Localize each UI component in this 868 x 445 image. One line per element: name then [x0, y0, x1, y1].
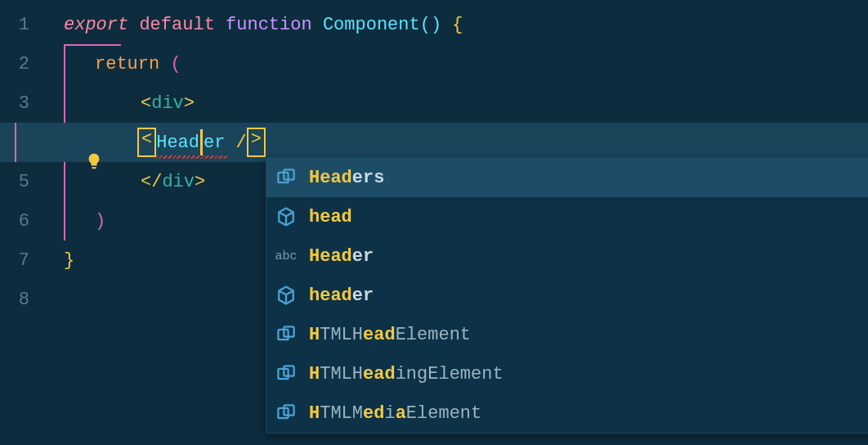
- autocomplete-item[interactable]: head: [266, 197, 868, 236]
- autocomplete-popup[interactable]: HeadersheadabcHeaderheaderHTMLHeadElemen…: [266, 157, 868, 434]
- tag-close: >: [195, 172, 205, 192]
- text-cursor: [200, 129, 203, 155]
- keyword-default: default: [139, 15, 214, 35]
- line-number: 8: [0, 280, 49, 319]
- interface-icon: [275, 362, 298, 385]
- module-icon: [275, 284, 298, 307]
- indent-guide: [64, 162, 65, 201]
- code-line[interactable]: <div>: [49, 83, 868, 123]
- code-content[interactable]: export default function Component() { re…: [49, 0, 868, 445]
- paren-close: ): [95, 211, 105, 231]
- indent-guide: [64, 201, 65, 240]
- interface-icon: [275, 166, 298, 189]
- indent-guide-top: [64, 44, 121, 46]
- line-number: 3: [0, 83, 49, 123]
- tag-open: </: [141, 172, 162, 192]
- paren-open: (: [170, 54, 181, 74]
- autocomplete-label: HTMLHeadElement: [309, 325, 471, 345]
- keyword-function: function: [226, 15, 312, 35]
- interface-icon: [275, 402, 298, 425]
- line-number: 2: [0, 44, 49, 83]
- autocomplete-item[interactable]: Headers: [266, 158, 868, 197]
- function-name: Component: [323, 15, 420, 35]
- error-squiggly: [155, 155, 227, 159]
- keyword-export: export: [64, 15, 128, 35]
- code-line[interactable]: return (: [49, 44, 868, 83]
- line-number: 7: [0, 240, 49, 280]
- tag-open: <: [141, 93, 151, 114]
- autocomplete-label: Header: [309, 246, 374, 267]
- autocomplete-label: HTMLHeadingElement: [309, 364, 503, 384]
- indent-guide: [64, 44, 65, 83]
- brace-open: {: [452, 15, 463, 35]
- lightbulb-icon[interactable]: [0, 132, 16, 150]
- autocomplete-item[interactable]: HTMLHeadingElement: [266, 354, 868, 393]
- autocomplete-item[interactable]: abcHeader: [266, 236, 868, 276]
- jsx-component: er: [204, 133, 225, 153]
- jsx-component: Head: [156, 133, 199, 153]
- autocomplete-label: HTMLMediaElement: [309, 403, 481, 424]
- line-number: 1: [0, 5, 49, 44]
- autocomplete-item[interactable]: HTMLMediaElement: [266, 393, 868, 433]
- autocomplete-item[interactable]: header: [266, 276, 868, 315]
- indent-guide: [64, 83, 65, 123]
- bracket-match-box: <: [137, 128, 156, 157]
- tag-close: >: [184, 93, 195, 114]
- autocomplete-item[interactable]: HTMLHeadElement: [266, 315, 868, 354]
- code-line[interactable]: export default function Component() {: [49, 5, 868, 44]
- tag-slash: /: [225, 133, 246, 153]
- abc-icon: abc: [275, 245, 298, 267]
- parens: (): [420, 15, 441, 35]
- autocomplete-label: Headers: [309, 168, 384, 188]
- code-editor[interactable]: 1 2 3 4 5 6 7 8 export default function …: [0, 0, 868, 445]
- tag-name: div: [151, 93, 184, 114]
- interface-icon: [275, 323, 298, 346]
- bracket-match-box: >: [247, 128, 266, 157]
- tag-name: div: [162, 172, 195, 192]
- autocomplete-label: header: [309, 285, 374, 306]
- line-number: 6: [0, 201, 49, 240]
- keyword-return: return: [95, 54, 159, 74]
- code-line-active[interactable]: <Header />: [0, 123, 868, 162]
- autocomplete-label: head: [309, 207, 352, 227]
- module-icon: [275, 205, 298, 228]
- line-gutter: 1 2 3 4 5 6 7 8: [0, 0, 49, 445]
- brace-close: }: [64, 250, 74, 271]
